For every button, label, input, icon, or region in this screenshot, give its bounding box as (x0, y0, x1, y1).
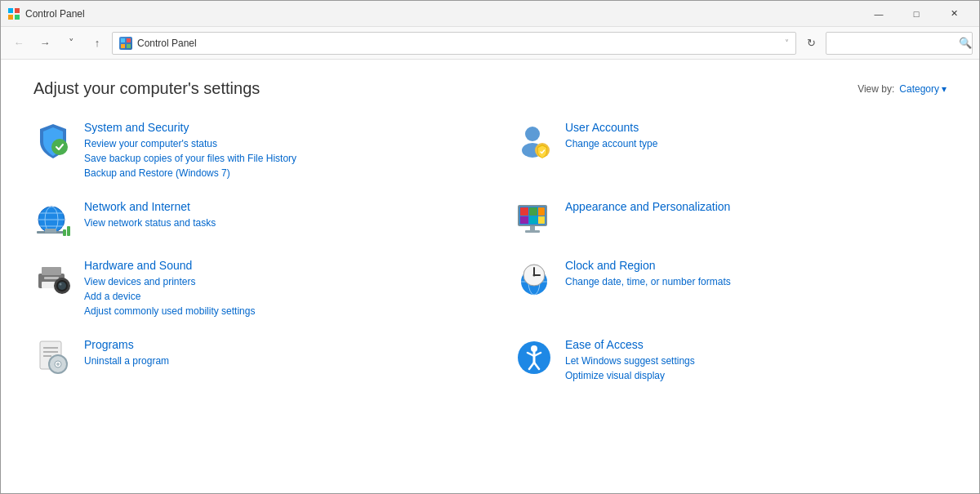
ease-of-access-link-2[interactable]: Optimize visual display (565, 368, 947, 383)
maximize-button[interactable]: □ (898, 1, 935, 27)
appearance-icon (514, 200, 554, 239)
breadcrumb-text: Control Panel (137, 38, 780, 49)
svg-point-38 (60, 283, 62, 286)
ease-of-access-title[interactable]: Ease of Access (565, 338, 947, 351)
user-accounts-info: User Accounts Change account type (565, 121, 947, 151)
svg-rect-2 (8, 15, 13, 20)
svg-rect-20 (67, 226, 70, 236)
svg-rect-23 (520, 207, 528, 216)
svg-rect-32 (42, 267, 61, 275)
programs-info: Programs Uninstall a program (84, 338, 466, 368)
category-programs[interactable]: Programs Uninstall a program (33, 338, 466, 383)
svg-point-8 (51, 139, 68, 155)
appearance-title[interactable]: Appearance and Personalization (565, 200, 947, 213)
category-appearance[interactable]: Appearance and Personalization (514, 200, 947, 239)
hardware-sound-link-3[interactable]: Adjust commonly used mobility settings (84, 304, 466, 318)
svg-rect-5 (127, 38, 131, 42)
system-security-info: System and Security Review your computer… (84, 121, 466, 180)
network-internet-info: Network and Internet View network status… (84, 200, 466, 230)
address-dropdown-arrow: ˅ (785, 38, 789, 47)
hardware-sound-info: Hardware and Sound View devices and prin… (84, 259, 466, 318)
ease-of-access-info: Ease of Access Let Windows suggest setti… (565, 338, 947, 383)
svg-rect-25 (538, 207, 545, 216)
network-internet-icon (33, 200, 73, 239)
category-user-accounts[interactable]: User Accounts Change account type (514, 121, 947, 180)
category-hardware-sound[interactable]: Hardware and Sound View devices and prin… (33, 259, 466, 318)
svg-point-54 (56, 363, 60, 366)
refresh-button[interactable]: ↻ (800, 32, 822, 55)
programs-link-1[interactable]: Uninstall a program (84, 354, 466, 368)
search-icon: 🔍 (959, 37, 972, 49)
svg-point-46 (533, 274, 536, 277)
user-accounts-link-1[interactable]: Change account type (565, 136, 947, 151)
categories-grid: System and Security Review your computer… (33, 121, 947, 403)
main-window: Control Panel — □ ✕ ← → ˅ ↑ Control Pane… (0, 0, 980, 494)
programs-icon (33, 338, 73, 377)
dropdown-button[interactable]: ˅ (60, 32, 82, 55)
system-security-title[interactable]: System and Security (84, 121, 466, 134)
svg-rect-7 (127, 44, 131, 48)
svg-rect-26 (520, 216, 528, 224)
ease-of-access-icon (514, 338, 554, 377)
svg-rect-27 (529, 216, 537, 224)
network-internet-title[interactable]: Network and Internet (84, 200, 466, 213)
system-security-icon (33, 121, 73, 160)
svg-rect-0 (8, 8, 13, 13)
clock-region-link-1[interactable]: Change date, time, or number formats (565, 274, 947, 289)
viewby-label: View by: (858, 83, 894, 95)
system-security-link-3[interactable]: Backup and Restore (Windows 7) (84, 166, 466, 180)
hardware-sound-link-1[interactable]: View devices and printers (84, 274, 466, 289)
svg-point-9 (525, 127, 540, 141)
window-title: Control Panel (25, 8, 860, 20)
main-content: Adjust your computer's settings View by:… (1, 60, 979, 493)
hardware-sound-icon (33, 259, 73, 298)
svg-point-37 (58, 282, 66, 290)
category-network-internet[interactable]: Network and Internet View network status… (33, 200, 466, 239)
page-header: Adjust your computer's settings View by:… (33, 79, 947, 98)
clock-region-title[interactable]: Clock and Region (565, 259, 947, 272)
svg-rect-28 (538, 216, 545, 224)
address-icon (119, 37, 132, 50)
viewby-value[interactable]: Category ▾ (899, 83, 947, 95)
titlebar: Control Panel — □ ✕ (1, 1, 979, 27)
addressbar: ← → ˅ ↑ Control Panel ˅ ↻ 🔍 (1, 27, 979, 60)
clock-region-icon (514, 259, 554, 298)
forward-button[interactable]: → (33, 32, 56, 55)
svg-rect-6 (121, 44, 125, 48)
user-accounts-icon (514, 121, 554, 160)
page-title: Adjust your computer's settings (33, 79, 260, 98)
viewby-control[interactable]: View by: Category ▾ (858, 83, 947, 95)
svg-rect-3 (15, 15, 20, 20)
svg-rect-1 (15, 8, 20, 13)
window-icon (7, 7, 20, 20)
network-internet-link-1[interactable]: View network status and tasks (84, 216, 466, 230)
ease-of-access-link-1[interactable]: Let Windows suggest settings (565, 354, 947, 368)
system-security-link-1[interactable]: Review your computer's status (84, 136, 466, 151)
svg-rect-34 (44, 277, 59, 279)
svg-rect-24 (529, 207, 537, 216)
svg-rect-30 (525, 230, 540, 233)
category-clock-region[interactable]: Clock and Region Change date, time, or n… (514, 259, 947, 318)
svg-rect-18 (45, 229, 56, 233)
up-button[interactable]: ↑ (86, 32, 109, 55)
close-button[interactable]: ✕ (935, 1, 973, 27)
category-system-security[interactable]: System and Security Review your computer… (33, 121, 466, 180)
hardware-sound-link-2[interactable]: Add a device (84, 289, 466, 304)
clock-region-info: Clock and Region Change date, time, or n… (565, 259, 947, 289)
programs-title[interactable]: Programs (84, 338, 466, 351)
search-input[interactable] (833, 38, 956, 49)
hardware-sound-title[interactable]: Hardware and Sound (84, 259, 466, 272)
user-accounts-title[interactable]: User Accounts (565, 121, 947, 134)
appearance-info: Appearance and Personalization (565, 200, 947, 216)
search-box[interactable]: 🔍 (826, 32, 973, 55)
svg-rect-4 (121, 38, 125, 42)
minimize-button[interactable]: — (860, 1, 898, 27)
category-ease-of-access[interactable]: Ease of Access Let Windows suggest setti… (514, 338, 947, 383)
window-controls: — □ ✕ (860, 1, 973, 27)
svg-rect-19 (63, 229, 66, 236)
system-security-link-2[interactable]: Save backup copies of your files with Fi… (84, 151, 466, 166)
address-field[interactable]: Control Panel ˅ (112, 32, 796, 55)
back-button[interactable]: ← (7, 32, 30, 55)
